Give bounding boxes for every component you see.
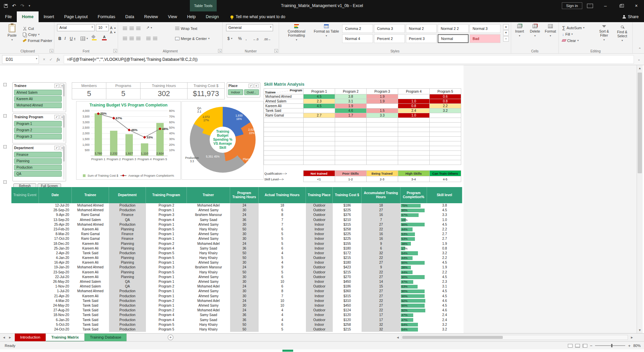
cell[interactable] xyxy=(11,256,39,260)
cell[interactable]: Hany Khairy xyxy=(187,322,230,327)
cell[interactable]: $172 xyxy=(333,251,362,256)
paste-dropdown-icon[interactable]: ▾ xyxy=(11,38,13,41)
completion-cell[interactable]: 17% xyxy=(400,246,427,251)
decrease-decimal-button[interactable]: .00→ xyxy=(264,36,271,42)
save-icon[interactable] xyxy=(4,4,8,8)
cell[interactable]: 2-Apr-20 xyxy=(39,251,72,256)
comma-style-button[interactable]: , xyxy=(246,36,247,41)
cell[interactable]: Program 1 xyxy=(146,236,187,241)
matrix-row-name[interactable]: Tarek Said xyxy=(264,108,304,113)
cell[interactable]: 30 xyxy=(230,260,259,265)
gallery-expand-icon[interactable]: ▿ xyxy=(503,36,509,42)
skill-cell[interactable] xyxy=(264,137,304,141)
cell[interactable]: 5 xyxy=(259,327,306,332)
formula-input[interactable]: =IF([@Trainee]="","",VLOOKUP([@Trainee],… xyxy=(64,55,634,64)
skill-cell[interactable] xyxy=(398,127,430,132)
multi-select-icon[interactable]: ✓ xyxy=(54,115,59,119)
cell[interactable]: Program 4 xyxy=(146,246,187,251)
copy-button[interactable]: Copy▾ xyxy=(23,32,40,37)
decrease-font-icon[interactable]: A▼ xyxy=(110,30,116,35)
cell[interactable]: $450 xyxy=(333,279,362,284)
cell[interactable]: 4.5 xyxy=(427,222,462,227)
slicer-scrollbar[interactable] xyxy=(63,146,65,180)
cell[interactable]: Outdoor xyxy=(306,308,333,313)
skill-cell[interactable]: 2.4 xyxy=(398,108,430,113)
skill-cell[interactable] xyxy=(264,151,304,156)
bold-button[interactable]: B xyxy=(58,36,61,41)
cell[interactable]: $225 xyxy=(333,236,362,241)
page-layout-view-icon[interactable] xyxy=(575,344,580,348)
cell[interactable]: Ahmed Samy xyxy=(187,208,230,213)
cell[interactable]: Planning xyxy=(109,270,146,275)
align-left-icon[interactable] xyxy=(123,36,127,41)
cell[interactable]: Outdoor xyxy=(306,256,333,260)
cell[interactable]: 30 xyxy=(230,222,259,227)
matrix-row-name[interactable]: Kareem Ali xyxy=(264,104,304,108)
completion-cell[interactable]: 44% xyxy=(400,256,427,260)
cell[interactable]: Rami Gamal xyxy=(72,236,109,241)
outline-button[interactable] xyxy=(3,83,7,86)
cell[interactable]: Samy Saad xyxy=(187,218,230,222)
cell[interactable]: 4.5 xyxy=(427,208,462,213)
cell[interactable]: Kareem Ali xyxy=(72,294,109,299)
fill-button[interactable]: ↓Fill▾ xyxy=(562,31,573,37)
cell[interactable]: 36 xyxy=(230,218,259,222)
cell[interactable]: 24 xyxy=(230,308,259,313)
column-header-actual-training-hours[interactable]: Actual Training Hours xyxy=(259,187,306,203)
cell[interactable]: 27 xyxy=(362,222,400,227)
skill-cell[interactable] xyxy=(367,132,398,137)
cell[interactable] xyxy=(11,265,39,270)
ribbon-tab-insert[interactable]: Insert xyxy=(39,11,59,22)
font-color-button[interactable]: A xyxy=(102,35,107,41)
sign-in-button[interactable]: Sign in xyxy=(562,2,582,9)
skill-cell[interactable] xyxy=(398,146,430,151)
cell[interactable]: QA xyxy=(109,279,146,284)
slicer-item-program-2[interactable]: Program 2 xyxy=(14,127,62,133)
cell[interactable]: Kareem Ali xyxy=(72,275,109,279)
horizontal-scroll-thumb[interactable] xyxy=(402,336,503,339)
skill-cell[interactable] xyxy=(430,137,461,141)
cell[interactable]: Indoor xyxy=(306,236,333,241)
cell[interactable]: 36 xyxy=(230,246,259,251)
slicer-item-ahmed-salem[interactable]: Ahmed Salem xyxy=(14,90,62,95)
cell[interactable]: Program 2 xyxy=(146,299,187,303)
skill-cell[interactable] xyxy=(335,118,367,123)
cell-style-percent-3[interactable]: Percent 3 xyxy=(406,34,437,43)
cut-button[interactable]: Cut xyxy=(23,26,34,31)
skill-cell[interactable] xyxy=(367,151,398,156)
skill-cell[interactable] xyxy=(304,141,335,146)
skill-cell[interactable]: 3.3 xyxy=(367,113,398,118)
skill-cell[interactable] xyxy=(367,141,398,146)
column-header-trainee[interactable]: Trainee xyxy=(72,187,109,203)
cell[interactable]: QA xyxy=(109,218,146,222)
new-sheet-button[interactable]: + xyxy=(168,335,173,340)
insert-function-icon[interactable]: fx xyxy=(57,57,60,62)
cell[interactable]: 2.2 xyxy=(427,227,462,232)
outline-button[interactable] xyxy=(3,145,7,148)
cell[interactable]: 22 xyxy=(362,299,400,303)
underline-button[interactable]: U▾ xyxy=(70,36,75,41)
cell[interactable]: 2.4 xyxy=(427,318,462,322)
zoom-slider-thumb[interactable] xyxy=(611,344,612,347)
cell[interactable] xyxy=(11,313,39,317)
merge-center-button[interactable]: ↔Merge & Center▾ xyxy=(175,36,210,41)
cell[interactable]: Outdoor xyxy=(306,218,333,222)
cell[interactable]: 27 xyxy=(362,208,400,213)
cell[interactable]: Kareem Ali xyxy=(72,227,109,232)
cell[interactable]: 5-Oct-20 xyxy=(39,322,72,327)
skill-cell[interactable] xyxy=(398,118,430,123)
cell[interactable]: 8 xyxy=(259,213,306,217)
cell[interactable]: Mohamed Ahmed xyxy=(72,289,109,294)
cell[interactable]: 30 xyxy=(230,275,259,279)
cell[interactable]: Outdoor xyxy=(306,203,333,208)
cell[interactable]: Indoor xyxy=(306,322,333,327)
cell[interactable] xyxy=(11,279,39,284)
completion-cell[interactable]: 47% xyxy=(400,279,427,284)
cell[interactable]: Production xyxy=(109,308,146,313)
format-cells-button[interactable]: Format▾ xyxy=(543,24,557,45)
outline-button[interactable] xyxy=(3,114,7,118)
completion-cell[interactable]: 92% xyxy=(400,308,427,313)
cell[interactable]: 0.8 xyxy=(427,246,462,251)
cell[interactable]: 24 xyxy=(230,241,259,246)
cell[interactable]: Tarek Said xyxy=(72,318,109,322)
